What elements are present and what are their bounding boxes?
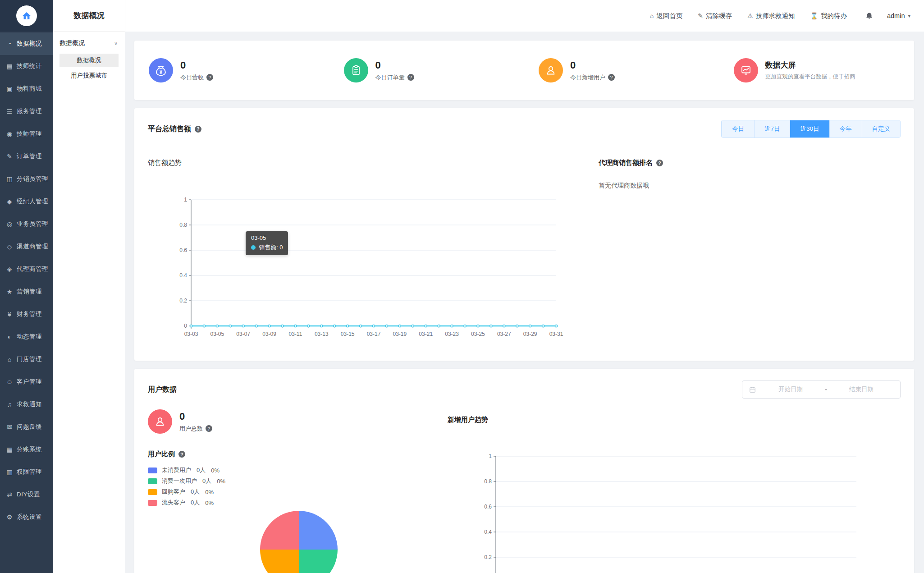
sales-title: 平台总销售额 <box>148 124 191 134</box>
sidebar-item[interactable]: ◐ 动态管理 <box>0 325 53 348</box>
sidebar-item[interactable]: ▣ 物料商城 <box>0 78 53 100</box>
range-tab[interactable]: 今日 <box>722 120 754 138</box>
svg-text:03-19: 03-19 <box>393 331 407 337</box>
svg-text:03-09: 03-09 <box>262 331 276 337</box>
sidebar-item-label: 数据概况 <box>17 40 42 48</box>
range-tab[interactable]: 近7日 <box>754 120 790 138</box>
user-ratio-pie-chart <box>259 510 338 573</box>
range-tab[interactable]: 自定义 <box>862 120 901 138</box>
legend-label: 未消费用户 <box>162 466 191 474</box>
help-icon[interactable] <box>407 74 414 81</box>
sidebar-item-label: 问题反馈 <box>17 423 42 431</box>
diy-sliders-icon: ⇄ <box>5 491 14 498</box>
svg-text:0.6: 0.6 <box>484 504 492 510</box>
shopping-bag-icon: ▣ <box>5 85 14 92</box>
sidebar-item[interactable]: ♫ 求救通知 <box>0 393 53 416</box>
app-logo[interactable] <box>0 0 53 32</box>
sidebar-item[interactable]: ⌂ 门店管理 <box>0 348 53 371</box>
sidebar-item[interactable]: ◎ 业务员管理 <box>0 213 53 235</box>
end-date-input[interactable]: 结束日期 <box>829 385 894 394</box>
range-tab[interactable]: 今年 <box>829 120 862 138</box>
data-big-screen-link[interactable]: 数据大屏 更加直观的查看平台数据，便于招商 <box>719 58 915 83</box>
money-bag-icon: ¥ <box>149 58 173 83</box>
range-tab[interactable]: 近30日 <box>790 120 829 138</box>
calendar-icon <box>749 386 756 394</box>
date-separator: - <box>823 386 829 393</box>
header-link-label: 返回首页 <box>656 12 682 20</box>
sales-line-chart: 00.20.40.60.8103-0303-0503-0703-0903-110… <box>175 190 567 341</box>
legend-item[interactable]: 未消费用户 0人 0% <box>148 465 427 476</box>
header-link[interactable]: ⌛ 我的待办 <box>810 12 847 20</box>
order-clipboard-icon: ✎ <box>5 153 14 160</box>
agent-rank-empty-text: 暂无代理商数据哦 <box>599 182 901 190</box>
help-icon[interactable] <box>656 160 663 166</box>
sidebar-item-label: 代理商管理 <box>17 265 48 273</box>
monitor-chart-icon <box>734 58 758 83</box>
header-link[interactable]: ⌂ 返回首页 <box>650 12 682 20</box>
help-icon[interactable] <box>178 451 185 458</box>
sidebar-item[interactable]: ☰ 服务管理 <box>0 100 53 123</box>
header-nav: ⌂ 返回首页 ✎ 清除缓存 ⚠ 技师求救通知 ⌛ 我的待办 <box>635 12 847 20</box>
help-icon[interactable] <box>195 126 201 133</box>
sales-trend-section: 销售额趋势 00.20.40.60.8103-0303-0503-0703-09… <box>148 159 576 341</box>
svg-text:0.8: 0.8 <box>179 222 187 228</box>
stat-label: 今日新增用户 <box>570 73 605 82</box>
sidebar-item-label: 分账系统 <box>17 445 42 454</box>
submenu-group[interactable]: 数据概况 ∨ <box>53 32 125 52</box>
sidebar-item[interactable]: ☺ 客户管理 <box>0 371 53 393</box>
sidebar-item[interactable]: ▥ 权限管理 <box>0 461 53 483</box>
feedback-icon: ✉ <box>5 423 14 431</box>
sidebar-item[interactable]: ◉ 技师管理 <box>0 123 53 145</box>
sales-card: 平台总销售额 今日 近7日 近30日 今年 自定义 销售额趋势 00.20. <box>134 108 914 361</box>
sidebar-item[interactable]: ¥ 财务管理 <box>0 303 53 325</box>
header-link-label: 技师求救通知 <box>756 12 795 20</box>
legend-label: 流失客户 <box>162 499 185 507</box>
user-total-label: 用户总数 <box>179 425 203 433</box>
header-link[interactable]: ⚠ 技师求救通知 <box>747 12 795 20</box>
sidebar-item-label: 物料商城 <box>17 85 42 93</box>
help-icon[interactable] <box>206 425 212 432</box>
sidebar-item-label: 技师管理 <box>17 130 42 138</box>
legend-item[interactable]: 消费一次用户 0人 0% <box>148 476 427 486</box>
legend-count: 0人 <box>197 466 206 474</box>
date-range-picker[interactable]: 开始日期 - 结束日期 <box>742 380 901 399</box>
service-list-icon: ☰ <box>5 108 14 115</box>
svg-text:03-23: 03-23 <box>445 331 459 337</box>
start-date-input[interactable]: 开始日期 <box>758 385 823 394</box>
sidebar-item[interactable]: ◫ 分销员管理 <box>0 168 53 190</box>
sidebar-item[interactable]: ★ 营销管理 <box>0 280 53 303</box>
sales-trend-chart: 00.20.40.60.8103-0303-0503-0703-0903-110… <box>175 190 567 341</box>
submenu-item[interactable]: 数据概况 <box>59 54 119 67</box>
svg-text:0.6: 0.6 <box>179 247 187 253</box>
sidebar-item[interactable]: ⚙ 系统设置 <box>0 506 53 528</box>
help-icon[interactable] <box>206 74 213 81</box>
stat-value: 0 <box>570 60 615 71</box>
sidebar-item[interactable]: ⇄ DIY设置 <box>0 483 53 506</box>
sidebar-item[interactable]: ◈ 代理商管理 <box>0 258 53 280</box>
submenu-list: 数据概况 用户投票城市 <box>53 54 125 83</box>
legend-item[interactable]: 流失客户 0人 0% <box>148 497 427 508</box>
legend-percent: 0% <box>205 489 214 495</box>
hourglass-icon: ⌛ <box>810 12 818 19</box>
help-icon[interactable] <box>608 74 615 81</box>
finance-icon: ¥ <box>5 311 14 318</box>
sidebar-item[interactable]: ◆ 经纪人管理 <box>0 190 53 213</box>
sidebar-item[interactable]: ▦ 分账系统 <box>0 438 53 461</box>
sidebar-item[interactable]: ✎ 订单管理 <box>0 145 53 168</box>
legend-item[interactable]: 回购客户 0人 0% <box>148 486 427 497</box>
user-menu[interactable]: admin ▾ <box>887 12 910 19</box>
svg-text:1: 1 <box>489 453 492 459</box>
primary-menu: ◔ 数据概况 ▤ 技师统计 ▣ 物料商城 ☰ 服务管理 ◉ 技师管理 <box>0 32 53 528</box>
notification-bell-icon[interactable] <box>865 12 874 20</box>
sidebar-item[interactable]: ◇ 渠道商管理 <box>0 235 53 258</box>
sidebar-item[interactable]: ✉ 问题反馈 <box>0 416 53 438</box>
users-card: 用户数据 开始日期 - 结束日期 0 用户总数 <box>134 369 914 573</box>
brush-icon: ✎ <box>698 12 703 19</box>
sidebar-item[interactable]: ◔ 数据概况 <box>0 32 53 55</box>
header-link[interactable]: ✎ 清除缓存 <box>698 12 732 20</box>
sidebar-item[interactable]: ▤ 技师统计 <box>0 55 53 78</box>
legend-count: 0人 <box>191 488 200 496</box>
legend-percent: 0% <box>217 478 225 485</box>
submenu-item[interactable]: 用户投票城市 <box>59 69 119 83</box>
ledger-icon: ▦ <box>5 446 14 453</box>
